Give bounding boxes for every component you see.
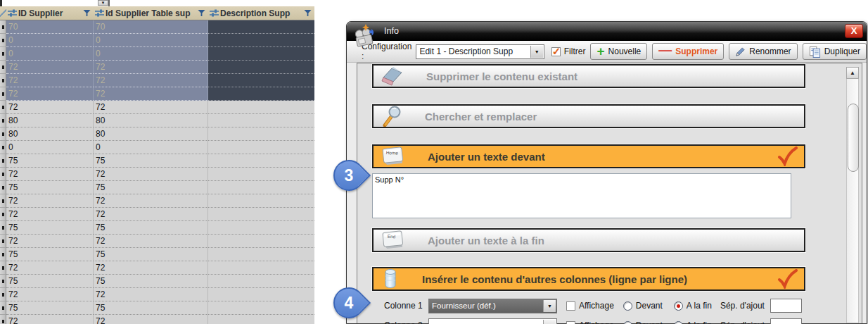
table-row[interactable]: 00 [0, 141, 314, 154]
close-button[interactable]: X [845, 24, 863, 38]
section-add-text-front[interactable]: Home Ajouter un texte devant [372, 144, 805, 168]
configuration-select[interactable]: Edit 1 - Description Supp ▼ [416, 44, 544, 59]
table-row[interactable]: 7272 [0, 288, 314, 301]
row-selector[interactable] [0, 248, 6, 261]
row-selector[interactable] [0, 47, 6, 61]
table-row[interactable]: 7070 [0, 20, 314, 34]
devant-radio[interactable] [623, 301, 632, 311]
chevron-down-icon[interactable]: ▼ [543, 300, 556, 312]
chevron-down-icon[interactable]: ▼ [543, 320, 556, 324]
duplicate-button[interactable]: Dupliquer [803, 43, 867, 60]
column-header-id-supplier[interactable]: ID Supplier [6, 6, 94, 20]
row-selector[interactable] [0, 275, 6, 288]
table-row[interactable]: 7272 [0, 74, 314, 87]
section-delete-existing[interactable]: Supprimer le contenu existant [372, 64, 805, 88]
row-selector[interactable] [0, 154, 6, 168]
affichage-checkbox[interactable] [566, 301, 575, 311]
table-row[interactable]: 7272 [0, 315, 314, 324]
row-selector[interactable] [0, 261, 6, 275]
row-selector[interactable] [0, 168, 6, 181]
table-corner-cell[interactable] [0, 6, 6, 20]
filter-funnel-icon[interactable] [83, 9, 91, 17]
front-text-input[interactable]: Supp N° [372, 173, 791, 218]
row-selector[interactable] [0, 301, 6, 315]
table-row[interactable]: 00 [0, 47, 314, 61]
column-header-id-supplier-table-sup[interactable]: Id Supplier Table sup [94, 6, 208, 20]
table-row[interactable]: 7575 [0, 221, 314, 235]
row-selector[interactable] [0, 61, 6, 74]
column-header-description-supp[interactable]: Description Supp [208, 6, 314, 20]
table-row[interactable]: 00 [0, 34, 314, 47]
table-row[interactable]: 7575 [0, 154, 314, 168]
scrollbar-thumb[interactable] [848, 104, 859, 172]
column-select-1[interactable]: Fournisseur (déf.) ▼ [428, 299, 557, 313]
table-cell: 70 [94, 20, 208, 34]
scrollbar-track[interactable] [846, 79, 859, 323]
table-row[interactable]: 7575 [0, 275, 314, 288]
table-row[interactable]: 7272 [0, 194, 314, 208]
column-dropdown-button[interactable]: ▼ [98, 0, 108, 6]
section-insert-columns[interactable]: Insérer le contenu d'autres colonnes (li… [372, 267, 805, 291]
scrollbar[interactable]: ▲ [846, 67, 859, 323]
scroll-up-arrow-icon[interactable]: ▲ [846, 67, 859, 79]
row-selector[interactable] [0, 208, 6, 221]
table-cell: 72 [94, 168, 208, 181]
row-selector[interactable] [0, 34, 6, 47]
table-cell [208, 301, 314, 315]
table-row[interactable]: 7272 [0, 235, 314, 248]
separator-input[interactable] [770, 299, 802, 313]
row-selector[interactable] [0, 141, 6, 154]
table-cell: 72 [6, 315, 94, 324]
table-cell: 72 [94, 101, 208, 114]
row-selector[interactable] [0, 315, 6, 324]
delete-button[interactable]: — Supprimer [652, 43, 724, 60]
affichage-label: Affichage [579, 320, 614, 324]
table-row[interactable]: 7575 [0, 181, 314, 194]
table-row[interactable]: 7272 [0, 168, 314, 181]
row-selector[interactable] [0, 101, 6, 114]
row-selector[interactable] [0, 221, 6, 235]
table-cell: 75 [94, 275, 208, 288]
filter-label: Filtrer [564, 46, 586, 56]
filter-funnel-icon[interactable] [304, 9, 312, 17]
table-cell [208, 181, 314, 194]
duplicate-button-label: Dupliquer [824, 46, 860, 56]
table-cell [208, 101, 314, 114]
dialog-titlebar[interactable]: Info X [347, 22, 867, 41]
section-add-text-end[interactable]: End Ajouter un texte à la fin [372, 228, 805, 252]
chevron-down-icon[interactable]: ▼ [530, 46, 543, 58]
new-button[interactable]: + Nouvelle [590, 43, 647, 60]
row-selector[interactable] [0, 194, 6, 208]
a-la-fin-radio[interactable] [674, 321, 683, 324]
row-selector[interactable] [0, 114, 6, 127]
row-selector[interactable] [0, 20, 6, 34]
table-row[interactable]: 7272 [0, 208, 314, 221]
column-select-2[interactable]: ▼ [428, 318, 557, 324]
separator-input[interactable] [770, 318, 802, 324]
table-row[interactable]: 8080 [0, 127, 314, 141]
row-selector[interactable] [0, 235, 6, 248]
row-selector[interactable] [0, 127, 6, 141]
filter-checkbox[interactable] [551, 47, 561, 56]
table-row[interactable]: 7575 [0, 301, 314, 315]
table-cell: 0 [94, 141, 208, 154]
table-row[interactable]: 7272 [0, 87, 314, 101]
rename-button[interactable]: Renommer [729, 43, 797, 60]
table-row[interactable]: 8080 [0, 114, 314, 127]
row-selector[interactable] [0, 74, 6, 87]
step-4-number: 4 [335, 289, 363, 317]
table-row[interactable]: 7272 [0, 261, 314, 275]
row-selector[interactable] [0, 288, 6, 301]
row-selector[interactable] [0, 87, 6, 101]
devant-radio[interactable] [623, 321, 632, 324]
section-label: Chercher et remplacer [425, 111, 537, 123]
table-row[interactable]: 7575 [0, 248, 314, 261]
filter-funnel-icon[interactable] [198, 9, 205, 17]
row-selector[interactable] [0, 181, 6, 194]
a-la-fin-radio[interactable] [674, 301, 683, 311]
table-row[interactable]: 7272 [0, 61, 314, 74]
section-search-replace[interactable]: Chercher et remplacer [372, 104, 805, 128]
affichage-checkbox[interactable] [566, 321, 575, 324]
table-cell: 72 [94, 235, 208, 248]
table-row[interactable]: 7272 [0, 101, 314, 114]
